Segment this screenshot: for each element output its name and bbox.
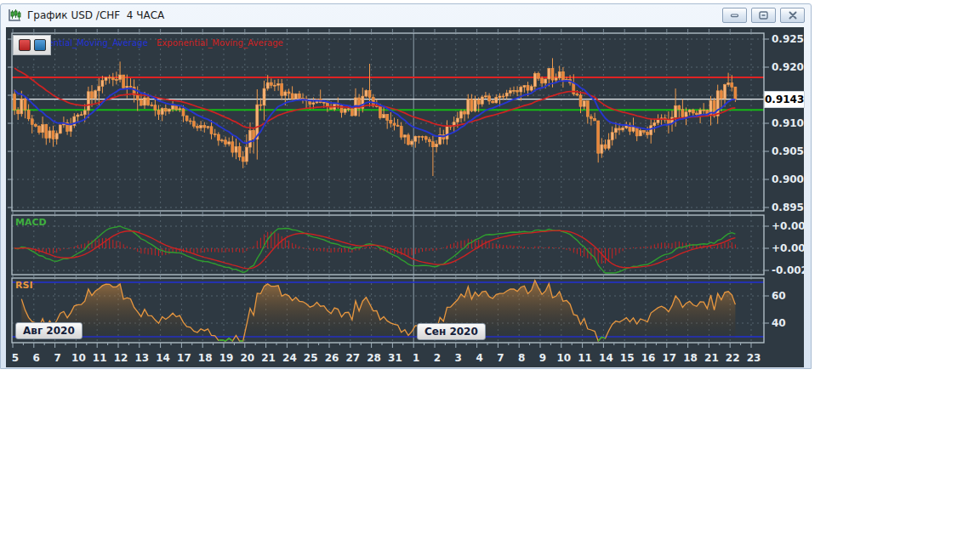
svg-text:0.9050: 0.9050: [772, 145, 804, 157]
svg-text:0.9100: 0.9100: [772, 117, 804, 129]
svg-text:21: 21: [704, 352, 719, 364]
svg-text:+0.000: +0.000: [772, 242, 804, 254]
svg-text:12: 12: [114, 352, 128, 364]
svg-text:7: 7: [497, 352, 504, 364]
svg-text:23: 23: [747, 352, 761, 364]
indicator-toggle-panel: [13, 35, 51, 55]
rsi-indicator: [12, 281, 764, 341]
ema-slow-legend-label: Exponential_Moving_Average: [157, 38, 283, 48]
indicator-legend: Exponential_Moving_AverageExponential_Mo…: [21, 38, 283, 48]
window-title: График USD /CHF 4 ЧАСА: [27, 9, 718, 21]
macd-signal-line: [14, 230, 735, 269]
svg-text:22: 22: [726, 352, 740, 364]
svg-text:0.9200: 0.9200: [772, 61, 804, 73]
svg-text:26: 26: [325, 352, 339, 364]
svg-text:13: 13: [134, 352, 149, 364]
window-titlebar[interactable]: График USD /CHF 4 ЧАСА: [1, 4, 811, 26]
maximize-button[interactable]: [751, 8, 776, 23]
maximize-icon: [758, 11, 769, 20]
rsi-panel-label: RSI: [15, 280, 33, 291]
svg-text:18: 18: [683, 352, 698, 364]
macd-panel-label: MACD: [15, 217, 47, 228]
svg-text:-0.002: -0.002: [772, 264, 804, 276]
minimize-button[interactable]: [722, 8, 747, 23]
candlestick-chart-icon: [7, 9, 22, 22]
minimize-icon: [729, 11, 740, 20]
svg-text:7: 7: [54, 352, 60, 364]
svg-text:17: 17: [177, 352, 191, 364]
ema-fast-toggle-button[interactable]: [34, 39, 46, 51]
svg-text:60: 60: [772, 290, 786, 302]
svg-text:0.8950: 0.8950: [772, 202, 804, 213]
month-label-sep: Сен 2020: [417, 323, 486, 340]
svg-text:17: 17: [662, 352, 676, 364]
svg-text:24: 24: [282, 352, 297, 364]
svg-text:4: 4: [476, 352, 482, 364]
month-label-aug: Авг 2020: [15, 322, 83, 339]
svg-text:10: 10: [71, 352, 86, 364]
svg-text:10: 10: [556, 352, 571, 364]
svg-text:6: 6: [33, 352, 40, 364]
svg-text:20: 20: [240, 352, 254, 364]
svg-text:8: 8: [518, 352, 525, 364]
svg-text:11: 11: [93, 352, 107, 364]
svg-text:31: 31: [388, 352, 402, 364]
svg-text:19: 19: [219, 352, 234, 364]
svg-text:14: 14: [156, 352, 170, 364]
price-chart-canvas[interactable]: 0.92500.92000.91500.91000.90500.90000.89…: [6, 27, 804, 367]
svg-text:0.9250: 0.9250: [772, 33, 804, 45]
ema-fast-line: [14, 81, 735, 143]
desktop: График USD /CHF 4 ЧАСА 0.92500.92000.915…: [0, 0, 980, 551]
macd-indicator: [14, 226, 735, 273]
svg-text:3: 3: [455, 352, 462, 364]
svg-text:25: 25: [304, 352, 318, 364]
svg-text:0.9000: 0.9000: [772, 173, 804, 185]
svg-text:+0.002: +0.002: [772, 220, 804, 232]
svg-text:1: 1: [413, 352, 419, 364]
svg-text:5: 5: [12, 352, 19, 364]
close-icon: [788, 11, 798, 20]
rsi-oversold-segments: [219, 337, 606, 341]
ema-slow-toggle-button[interactable]: [19, 39, 31, 51]
current-price-badge: 0.9143: [764, 91, 805, 108]
svg-text:16: 16: [641, 352, 656, 364]
close-button[interactable]: [780, 8, 805, 23]
svg-text:28: 28: [367, 352, 381, 364]
svg-text:11: 11: [578, 352, 592, 364]
svg-text:21: 21: [261, 352, 276, 364]
svg-text:14: 14: [599, 352, 613, 364]
svg-text:2: 2: [434, 352, 441, 364]
macd-line: [14, 226, 735, 273]
svg-text:18: 18: [198, 352, 213, 364]
chart-window: График USD /CHF 4 ЧАСА 0.92500.92000.915…: [0, 3, 812, 369]
candlesticks: [14, 58, 737, 176]
svg-text:9: 9: [539, 352, 546, 364]
chart-client-area: 0.92500.92000.91500.91000.90500.90000.89…: [6, 27, 804, 367]
svg-text:40: 40: [772, 317, 786, 329]
svg-text:27: 27: [345, 352, 360, 364]
svg-text:15: 15: [620, 352, 635, 364]
